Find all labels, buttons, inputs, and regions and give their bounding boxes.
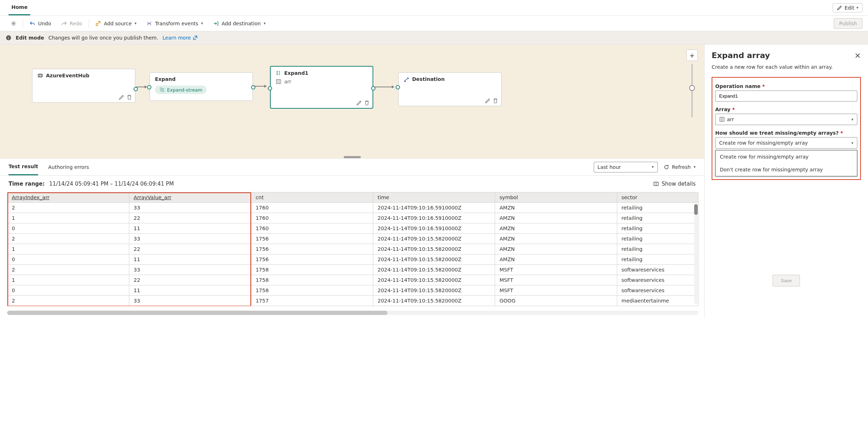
node-in-port[interactable] bbox=[147, 85, 151, 89]
table-cell: 2024-11-14T09:10:15.5820000Z bbox=[373, 234, 495, 244]
add-source-icon bbox=[95, 21, 101, 26]
side-panel-fields-box: Operation name Array arr ▾ How should we… bbox=[712, 77, 861, 180]
show-details-toggle[interactable]: Show details bbox=[653, 181, 696, 187]
table-row[interactable]: 23317562024-11-14T09:10:15.5820000ZAMZNr… bbox=[7, 234, 698, 244]
table-row[interactable]: 01117562024-11-14T09:10:15.5820000ZAMZNr… bbox=[7, 254, 698, 265]
tab-test-result[interactable]: Test result bbox=[9, 159, 38, 175]
table-h-scroll-thumb[interactable] bbox=[7, 311, 388, 315]
pencil-icon[interactable] bbox=[485, 98, 490, 104]
table-row[interactable]: 12217562024-11-14T09:10:15.5820000ZAMZNr… bbox=[7, 244, 698, 254]
array-select[interactable]: arr ▾ bbox=[715, 114, 857, 125]
table-row[interactable]: 01117602024-11-14T09:10:16.5910000ZAMZNr… bbox=[7, 223, 698, 234]
settings-gear[interactable] bbox=[6, 16, 21, 31]
table-cell: retailing bbox=[617, 203, 698, 213]
zoom-slider[interactable] bbox=[691, 64, 693, 117]
publish-label: Publish bbox=[839, 21, 857, 26]
node-source[interactable]: AzureEventHub bbox=[32, 69, 135, 103]
empty-arrays-select[interactable]: Create row for missing/empty array ▾ bbox=[715, 137, 857, 149]
side-panel-expand-array: Expand array Create a new row for each v… bbox=[704, 45, 868, 318]
table-cell: AMZN bbox=[495, 203, 617, 213]
trash-icon[interactable] bbox=[364, 100, 370, 106]
zoom-in-button[interactable]: + bbox=[686, 50, 698, 61]
table-cell: 33 bbox=[129, 265, 251, 275]
table-cell: MSFT bbox=[495, 265, 617, 275]
col-symbol[interactable]: symbol bbox=[495, 192, 617, 203]
table-cell: 33 bbox=[129, 234, 251, 244]
table-cell: 2024-11-14T09:10:16.5910000Z bbox=[373, 223, 495, 234]
time-window-select[interactable]: Last hour ▾ bbox=[594, 162, 658, 172]
col-arrayvalue[interactable]: ArrayValue_arr bbox=[129, 192, 251, 203]
column-icon bbox=[719, 117, 725, 122]
tab-test-result-label: Test result bbox=[9, 164, 38, 169]
table-cell: 1 bbox=[7, 275, 129, 285]
table-row[interactable]: 01117582024-11-14T09:10:15.5820000ZMSFTs… bbox=[7, 285, 698, 296]
separator bbox=[89, 19, 89, 28]
details-icon bbox=[653, 181, 659, 187]
empty-arrays-value: Create row for missing/empty array bbox=[719, 140, 808, 146]
trash-icon[interactable] bbox=[126, 94, 132, 100]
table-cell: 1756 bbox=[251, 254, 373, 265]
svg-rect-7 bbox=[276, 79, 281, 84]
close-icon[interactable] bbox=[854, 52, 861, 59]
stream-icon bbox=[159, 87, 165, 93]
add-destination-label: Add destination bbox=[222, 21, 261, 26]
table-cell: softwareservices bbox=[617, 275, 698, 285]
pencil-icon[interactable] bbox=[356, 100, 362, 106]
add-destination-icon bbox=[213, 21, 219, 26]
node-in-port[interactable] bbox=[268, 86, 272, 91]
learn-more-link[interactable]: Learn more bbox=[162, 35, 198, 41]
table-cell: 33 bbox=[129, 296, 251, 306]
table-cell: retailing bbox=[617, 254, 698, 265]
table-row[interactable]: 12217602024-11-14T09:10:16.5910000ZAMZNr… bbox=[7, 213, 698, 223]
edge bbox=[136, 87, 147, 87]
refresh-label: Refresh bbox=[672, 164, 691, 170]
col-arrayindex[interactable]: ArrayIndex_arr bbox=[7, 192, 129, 203]
col-time[interactable]: time bbox=[373, 192, 495, 203]
empty-array-option-dont[interactable]: Don't create row for missing/empty array bbox=[716, 163, 857, 176]
chevron-down-icon: ▾ bbox=[652, 165, 654, 169]
table-cell: 1756 bbox=[251, 244, 373, 254]
table-row[interactable]: 23317582024-11-14T09:10:15.5820000ZMSFTs… bbox=[7, 265, 698, 275]
table-row[interactable]: 23317572024-11-14T09:10:15.5820000ZGOOGm… bbox=[7, 296, 698, 306]
table-v-scrollbar[interactable] bbox=[694, 204, 698, 304]
flow-canvas[interactable]: AzureEventHub Expand bbox=[0, 45, 704, 158]
node-destination[interactable]: Destination bbox=[398, 72, 501, 106]
add-destination-button[interactable]: Add destination ▾ bbox=[208, 16, 271, 31]
node-destination-title: Destination bbox=[412, 76, 445, 82]
table-cell: 1757 bbox=[251, 296, 373, 306]
expand-stream-chip[interactable]: Expand-stream bbox=[155, 86, 207, 94]
table-row[interactable]: 23317602024-11-14T09:10:16.5910000ZAMZNr… bbox=[7, 203, 698, 213]
col-cnt[interactable]: cnt bbox=[251, 192, 373, 203]
refresh-button[interactable]: Refresh ▾ bbox=[664, 164, 696, 170]
table-cell: 22 bbox=[129, 275, 251, 285]
canvas-resize-handle[interactable] bbox=[344, 156, 361, 158]
transform-events-button[interactable]: Transform events ▾ bbox=[141, 16, 208, 31]
node-out-port[interactable] bbox=[134, 87, 138, 91]
node-expand-group[interactable]: Expand Expand-stream bbox=[150, 72, 253, 101]
zoom-slider-thumb[interactable] bbox=[689, 85, 695, 91]
table-cell: 0 bbox=[7, 285, 129, 296]
table-v-scroll-thumb[interactable] bbox=[694, 204, 698, 215]
table-cell: 0 bbox=[7, 254, 129, 265]
top-tabs: Home bbox=[9, 0, 30, 15]
table-cell: 22 bbox=[129, 213, 251, 223]
node-expand1[interactable]: Expand1 arr bbox=[270, 66, 373, 109]
pencil-icon[interactable] bbox=[119, 94, 124, 100]
table-h-scrollbar[interactable] bbox=[7, 310, 698, 315]
table-row[interactable]: 12217582024-11-14T09:10:15.5820000ZMSFTs… bbox=[7, 275, 698, 285]
op-name-input[interactable] bbox=[715, 91, 857, 102]
chevron-down-icon: ▾ bbox=[693, 165, 696, 169]
empty-array-option-create[interactable]: Create row for missing/empty array bbox=[716, 150, 857, 163]
edge bbox=[254, 86, 266, 87]
undo-button[interactable]: Undo bbox=[25, 16, 56, 31]
node-expand1-title: Expand1 bbox=[284, 70, 308, 76]
tab-authoring-errors[interactable]: Authoring errors bbox=[48, 159, 89, 175]
add-source-button[interactable]: Add source ▾ bbox=[90, 16, 142, 31]
trash-icon[interactable] bbox=[493, 98, 498, 104]
node-in-port[interactable] bbox=[396, 85, 400, 89]
edit-button[interactable]: Edit ▾ bbox=[833, 3, 862, 12]
col-sector[interactable]: sector bbox=[617, 192, 698, 203]
tab-home[interactable]: Home bbox=[9, 0, 30, 15]
table-cell: softwareservices bbox=[617, 265, 698, 275]
table-cell: 1760 bbox=[251, 203, 373, 213]
